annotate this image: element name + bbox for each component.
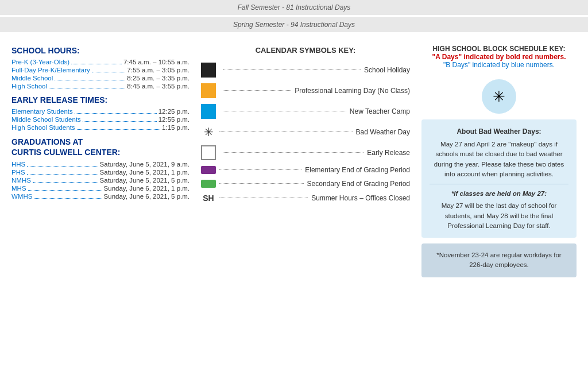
elem-release-row: Elementary Students 12:25 p.m. — [11, 108, 189, 115]
elementary-value: 7:55 a.m. – 3:05 p.m. — [127, 67, 189, 74]
school-hours-title: SCHOOL HOURS: — [11, 46, 189, 55]
outline-square-icon — [201, 145, 216, 160]
middle-value: 8:25 a.m. – 3:35 p.m. — [127, 75, 189, 82]
right-column: HIGH SCHOOL BLOCK SCHEDULE KEY: "A Days"… — [421, 40, 577, 283]
high-release-label: High School Students — [11, 124, 75, 131]
wmhs-value: Sunday, June 6, 2021, 5 p.m. — [104, 193, 189, 200]
symbol-elementary-grading: Elementary End of Grading Period — [201, 166, 410, 174]
elementary-label: Full-Day Pre-K/Elementary — [11, 67, 90, 74]
wmhs-row: WMHS Sunday, June 6, 2021, 5 p.m. — [11, 193, 189, 200]
bad-weather-label: Bad Weather Day — [356, 128, 411, 136]
may27-title: *If classes are held on May 27: — [430, 189, 568, 199]
block-title: HIGH SCHOOL BLOCK SCHEDULE KEY: — [427, 45, 571, 53]
graduations-section: GRADUATIONS ATCURTIS CULWELL CENTER: HHS… — [11, 137, 189, 200]
high-release-row: High School Students 1:15 p.m. — [11, 124, 189, 131]
block-schedule-key: HIGH SCHOOL BLOCK SCHEDULE KEY: "A Days"… — [421, 40, 577, 74]
secondary-grading-label: Secondary End of Grading Period — [307, 180, 410, 188]
hhs-value: Saturday, June 5, 2021, 9 a.m. — [100, 161, 189, 168]
symbol-bad-weather: ✳ Bad Weather Day — [201, 125, 410, 140]
snowflake-circle-icon: ✳ — [482, 79, 516, 114]
phs-value: Saturday, June 5, 2021, 1 p.m. — [100, 169, 189, 176]
elem-release-value: 12:25 p.m. — [158, 108, 189, 115]
dotted-line — [223, 90, 291, 91]
center-column: CALENDAR SYMBOLS KEY: School Holiday Pro… — [195, 40, 416, 283]
dotted-line — [219, 132, 353, 132]
nmhs-row: NMHS Saturday, June 5, 2021, 5 p.m. — [11, 177, 189, 184]
symbol-summer-hours: SH Summer Hours – Offices Closed — [201, 194, 410, 203]
symbol-school-holiday: School Holiday — [201, 63, 410, 78]
bad-weather-body: May 27 and April 2 are "makeup" days if … — [430, 140, 568, 179]
dotted-line — [219, 183, 304, 184]
purple-bar-icon — [201, 166, 216, 174]
symbol-secondary-grading: Secondary End of Grading Period — [201, 180, 410, 188]
black-square-icon — [201, 63, 216, 78]
professional-day-label: Professional Learning Day (No Class) — [295, 87, 410, 95]
phs-label: PHS — [11, 169, 25, 176]
high-release-value: 1:15 p.m. — [162, 124, 189, 131]
symbol-new-teacher: New Teacher Camp — [201, 104, 410, 119]
prek-label: Pre-K (3-Year-Olds) — [11, 59, 69, 65]
school-hours-section: SCHOOL HOURS: Pre-K (3-Year-Olds) 7:45 a… — [11, 46, 189, 90]
mhs-value: Sunday, June 6, 2021, 1 p.m. — [104, 185, 189, 192]
middle-label: Middle School — [11, 75, 53, 82]
middle-release-label: Middle School Students — [11, 116, 81, 123]
prek-hours-row: Pre-K (3-Year-Olds) 7:45 a.m. – 10:55 a.… — [11, 59, 189, 65]
summer-hours-label: Summer Hours – Offices Closed — [311, 194, 410, 202]
dotted-line — [219, 198, 308, 198]
block-a-days: "A Days" indicated by bold red numbers. — [427, 53, 571, 61]
dotted-line — [219, 169, 301, 170]
early-release-section: EARLY RELEASE TIMES: Elementary Students… — [11, 95, 189, 131]
snowflake-icon: ✳ — [201, 125, 216, 140]
high-value: 8:45 a.m. – 3:55 p.m. — [127, 83, 189, 90]
nmhs-label: NMHS — [11, 177, 31, 184]
green-bar-icon — [201, 180, 216, 188]
phs-row: PHS Saturday, June 5, 2021, 1 p.m. — [11, 169, 189, 176]
bad-weather-title: About Bad Weather Days: — [430, 126, 568, 137]
elementary-hours-row: Full-Day Pre-K/Elementary 7:55 a.m. – 3:… — [11, 67, 189, 74]
school-holiday-label: School Holiday — [364, 66, 410, 74]
new-teacher-label: New Teacher Camp — [350, 107, 410, 115]
dotted-line — [223, 69, 361, 70]
november-note-box: *November 23-24 are regular workdays for… — [421, 243, 577, 277]
early-release-symbol-label: Early Release — [367, 149, 410, 157]
calendar-symbols-title: CALENDAR SYMBOLS KEY: — [201, 46, 410, 55]
symbol-professional-day: Professional Learning Day (No Class) — [201, 83, 410, 98]
symbol-early-release: Early Release — [201, 145, 410, 160]
middle-release-row: Middle School Students 12:55 p.m. — [11, 116, 189, 123]
left-column: SCHOOL HOURS: Pre-K (3-Year-Olds) 7:45 a… — [11, 40, 189, 283]
sh-text-icon: SH — [201, 194, 216, 203]
wmhs-label: WMHS — [11, 193, 32, 200]
high-label: High School — [11, 83, 47, 90]
bad-weather-box: About Bad Weather Days: May 27 and April… — [421, 119, 577, 238]
orange-square-icon — [201, 83, 216, 98]
graduations-title: GRADUATIONS ATCURTIS CULWELL CENTER: — [11, 137, 189, 157]
mhs-label: MHS — [11, 185, 26, 192]
mhs-row: MHS Sunday, June 6, 2021, 1 p.m. — [11, 185, 189, 192]
nmhs-value: Saturday, June 5, 2021, 5 p.m. — [100, 177, 189, 184]
block-b-days: "B Days" indicated by blue numbers. — [427, 61, 571, 69]
fall-semester-bar: Fall Semester - 81 Instructional Days — [0, 0, 588, 15]
dotted-line — [223, 152, 363, 153]
november-note-text: *November 23-24 are regular workdays for… — [436, 252, 561, 268]
info-box-divider — [430, 184, 568, 184]
early-release-title: EARLY RELEASE TIMES: — [11, 95, 189, 105]
elem-release-label: Elementary Students — [11, 108, 73, 115]
elementary-grading-label: Elementary End of Grading Period — [305, 166, 410, 174]
hhs-row: HHS Saturday, June 5, 2021, 9 a.m. — [11, 161, 189, 168]
middle-hours-row: Middle School 8:25 a.m. – 3:35 p.m. — [11, 75, 189, 82]
prek-value: 7:45 a.m. – 10:55 a.m. — [123, 59, 189, 65]
middle-release-value: 12:55 p.m. — [158, 116, 189, 123]
spring-semester-bar: Spring Semester - 94 Instructional Days — [0, 17, 588, 32]
high-hours-row: High School 8:45 a.m. – 3:55 p.m. — [11, 83, 189, 90]
hhs-label: HHS — [11, 161, 25, 168]
blue-square-icon — [201, 104, 216, 119]
dotted-line — [223, 111, 346, 111]
may27-body: May 27 will be the last day of school fo… — [430, 201, 568, 231]
